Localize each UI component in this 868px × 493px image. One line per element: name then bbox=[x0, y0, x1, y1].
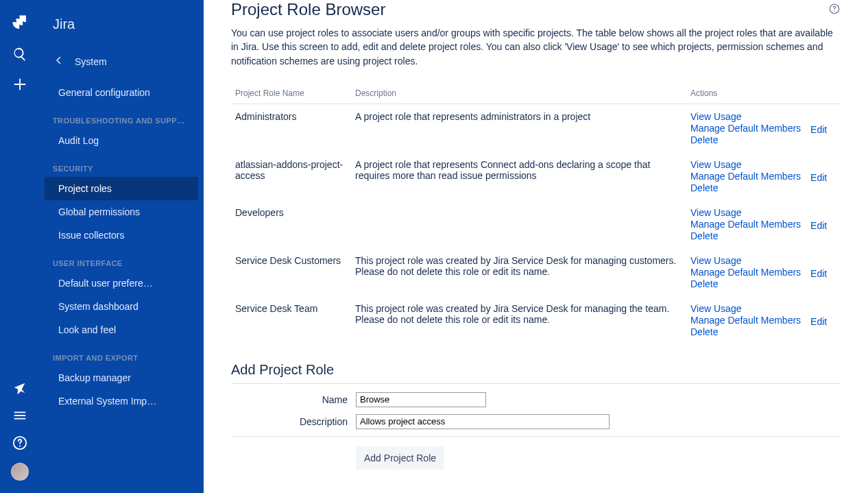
role-description-cell: A project role that represents administr… bbox=[351, 104, 686, 152]
view-link[interactable]: View Usage bbox=[690, 303, 801, 314]
role-name-cell: atlassian-addons-project-access bbox=[231, 152, 351, 200]
delete-link[interactable]: Delete bbox=[690, 134, 801, 145]
app-name: Jira bbox=[39, 8, 204, 49]
page-help-icon[interactable] bbox=[828, 0, 841, 19]
page-title: Project Role Browser bbox=[231, 0, 385, 19]
delete-link[interactable]: Delete bbox=[690, 230, 801, 241]
manage-link[interactable]: Manage Default Members bbox=[690, 123, 801, 134]
role-description-input[interactable] bbox=[356, 414, 610, 429]
add-project-role-button[interactable]: Add Project Role bbox=[356, 446, 444, 470]
role-name-input[interactable] bbox=[356, 392, 486, 407]
project-roles-table: Project Role Name Description Actions Ad… bbox=[231, 83, 841, 344]
main-content: Project Role Browser You can use project… bbox=[204, 0, 868, 493]
system-label: System bbox=[75, 56, 107, 67]
manage-link[interactable]: Manage Default Members bbox=[690, 171, 801, 182]
description-label: Description bbox=[231, 416, 356, 427]
manage-link[interactable]: Manage Default Members bbox=[690, 267, 801, 278]
search-icon[interactable] bbox=[12, 47, 27, 62]
create-icon[interactable] bbox=[12, 77, 27, 92]
column-header-actions: Actions bbox=[686, 83, 841, 104]
table-row: DevelopersView UsageManage Default Membe… bbox=[231, 200, 841, 248]
delete-link[interactable]: Delete bbox=[690, 182, 801, 193]
role-name-cell: Service Desk Customers bbox=[231, 248, 351, 296]
role-description-cell: A project role that represents Connect a… bbox=[351, 152, 686, 200]
sidebar-section-header: IMPORT AND EXPORT bbox=[39, 341, 204, 366]
sidebar-item[interactable]: Issue collectors bbox=[45, 224, 198, 247]
sidebar-item[interactable]: Default user prefere… bbox=[45, 272, 198, 295]
sidebar-item[interactable]: Look and feel bbox=[45, 318, 198, 341]
table-row: AdministratorsA project role that repres… bbox=[231, 104, 841, 152]
sidebar-item[interactable]: General configuration bbox=[45, 81, 198, 104]
user-avatar[interactable] bbox=[11, 463, 29, 481]
name-label: Name bbox=[231, 394, 356, 405]
edit-link[interactable]: Edit bbox=[810, 124, 827, 135]
page-intro: You can use project roles to associate u… bbox=[231, 26, 841, 68]
role-actions-cell: View UsageManage Default MembersDeleteEd… bbox=[686, 296, 841, 344]
menu-icon[interactable] bbox=[12, 408, 27, 423]
edit-link[interactable]: Edit bbox=[810, 268, 827, 279]
back-to-system[interactable]: System bbox=[39, 49, 204, 74]
role-name-cell: Developers bbox=[231, 200, 351, 248]
edit-link[interactable]: Edit bbox=[810, 316, 827, 327]
table-row: atlassian-addons-project-accessA project… bbox=[231, 152, 841, 200]
back-arrow-icon bbox=[53, 54, 65, 69]
view-link[interactable]: View Usage bbox=[690, 159, 801, 170]
role-actions-cell: View UsageManage Default MembersDeleteEd… bbox=[686, 152, 841, 200]
role-description-cell bbox=[351, 200, 686, 248]
sidebar-section-header: SECURITY bbox=[39, 152, 204, 177]
jira-logo-icon[interactable] bbox=[11, 14, 29, 32]
help-icon[interactable] bbox=[12, 435, 27, 450]
sidebar-item[interactable]: Global permissions bbox=[45, 200, 198, 224]
role-description-cell: This project role was created by Jira Se… bbox=[351, 296, 686, 344]
edit-link[interactable]: Edit bbox=[810, 172, 827, 183]
column-header-name: Project Role Name bbox=[231, 83, 351, 104]
feedback-icon[interactable] bbox=[12, 381, 27, 396]
view-link[interactable]: View Usage bbox=[690, 207, 801, 218]
column-header-description: Description bbox=[351, 83, 686, 104]
role-actions-cell: View UsageManage Default MembersDeleteEd… bbox=[686, 104, 841, 152]
sidebar-item[interactable]: Audit Log bbox=[45, 129, 198, 152]
view-link[interactable]: View Usage bbox=[690, 255, 801, 266]
add-role-title: Add Project Role bbox=[231, 362, 841, 378]
delete-link[interactable]: Delete bbox=[690, 278, 801, 289]
sidebar-item[interactable]: System dashboard bbox=[45, 295, 198, 318]
delete-link[interactable]: Delete bbox=[690, 326, 801, 337]
role-name-cell: Service Desk Team bbox=[231, 296, 351, 344]
role-name-cell: Administrators bbox=[231, 104, 351, 152]
settings-sidebar: Jira System General configurationTROUBLE… bbox=[39, 0, 204, 493]
sidebar-item[interactable]: External System Imp… bbox=[45, 389, 198, 413]
table-row: Service Desk TeamThis project role was c… bbox=[231, 296, 841, 344]
svg-point-1 bbox=[19, 445, 20, 446]
manage-link[interactable]: Manage Default Members bbox=[690, 219, 801, 230]
sidebar-section-header: TROUBLESHOOTING AND SUPP… bbox=[39, 104, 204, 129]
sidebar-item[interactable]: Project roles bbox=[45, 177, 198, 200]
role-actions-cell: View UsageManage Default MembersDeleteEd… bbox=[686, 200, 841, 248]
table-row: Service Desk CustomersThis project role … bbox=[231, 248, 841, 296]
edit-link[interactable]: Edit bbox=[810, 220, 827, 231]
role-description-cell: This project role was created by Jira Se… bbox=[351, 248, 686, 296]
sidebar-item[interactable]: Backup manager bbox=[45, 366, 198, 389]
manage-link[interactable]: Manage Default Members bbox=[690, 315, 801, 326]
svg-point-3 bbox=[834, 11, 835, 12]
role-actions-cell: View UsageManage Default MembersDeleteEd… bbox=[686, 248, 841, 296]
sidebar-section-header: USER INTERFACE bbox=[39, 247, 204, 272]
global-nav-rail bbox=[0, 0, 39, 493]
view-link[interactable]: View Usage bbox=[690, 111, 801, 122]
